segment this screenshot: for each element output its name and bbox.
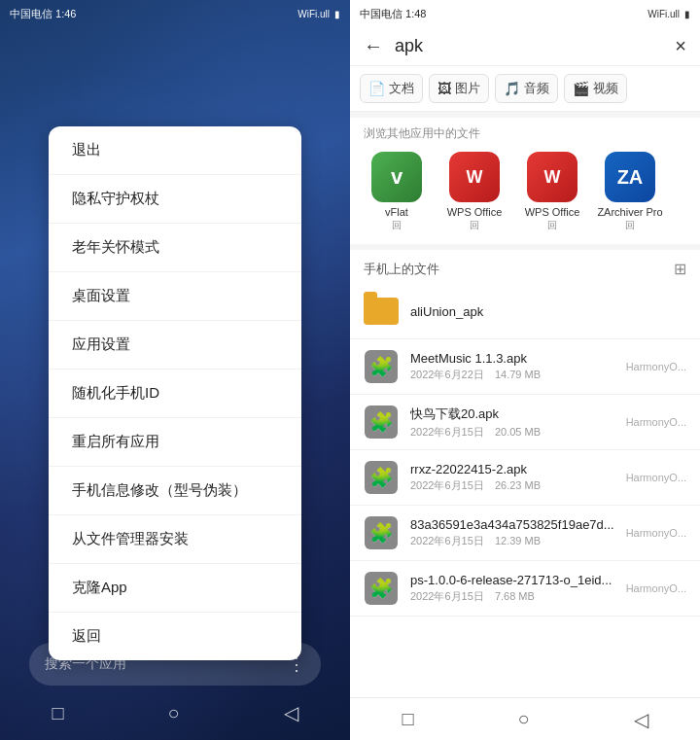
- file-source-4: HarmonyO...: [626, 582, 686, 594]
- apk-icon-wrap-4: 🧩: [364, 571, 399, 606]
- menu-item-privacy[interactable]: 隐私守护权杖: [49, 175, 301, 224]
- app-badge-wps2: 回: [547, 219, 557, 232]
- file-item-4[interactable]: 🧩 ps-1.0.0-6-release-271713-o_1eid... 20…: [350, 561, 700, 617]
- menu-item-exit[interactable]: 退出: [49, 126, 301, 175]
- file-name-2: rrxz-22022415-2.apk: [410, 462, 622, 476]
- nav-bar-left: □ ○ ◁: [0, 693, 350, 728]
- close-button[interactable]: ×: [675, 35, 686, 57]
- menu-item-random-id[interactable]: 随机化手机ID: [49, 370, 301, 418]
- battery-right: ▮: [684, 9, 690, 19]
- left-panel: 中国电信 1:46 WiFi.ull ▮ 退出 隐私守护权杖 老年关怀模式 桌面…: [0, 0, 350, 740]
- file-source-2: HarmonyO...: [626, 472, 686, 483]
- app-badge-wps1: 回: [470, 219, 479, 232]
- section-title: 手机上的文件: [364, 261, 439, 278]
- phone-files-section: 手机上的文件 ⊞ aliUnion_apk 🧩 MeetMusic 1.1.3.…: [350, 250, 700, 697]
- menu-item-phone-info[interactable]: 手机信息修改（型号伪装）: [49, 467, 301, 515]
- file-source-0: HarmonyO...: [626, 361, 686, 372]
- app-grid: v vFlat 回 W WPS Office 回 W WPS Office 回: [350, 146, 700, 244]
- menu-item-restart-apps[interactable]: 重启所有应用: [49, 418, 301, 467]
- file-item-1[interactable]: 🧩 快鸟下载20.apk 2022年6月15日 20.05 MB Harmony…: [350, 395, 700, 450]
- file-meta-3: 2022年6月15日 12.39 MB: [410, 534, 622, 548]
- folder-icon-wrap: [364, 294, 399, 329]
- document-icon: 📄: [368, 81, 385, 96]
- menu-item-install-file[interactable]: 从文件管理器安装: [49, 515, 301, 564]
- nav-square-left[interactable]: □: [52, 702, 63, 724]
- status-bar-right: 中国电信 1:48 WiFi.ull ▮: [350, 0, 700, 27]
- apk-puzzle-icon-0: 🧩: [365, 350, 398, 383]
- tab-video-label: 视频: [593, 80, 618, 97]
- app-item-vflat[interactable]: v vFlat 回: [360, 152, 434, 232]
- file-item-0[interactable]: 🧩 MeetMusic 1.1.3.apk 2022年6月22日 14.79 M…: [350, 339, 700, 395]
- menu-item-desktop[interactable]: 桌面设置: [49, 272, 301, 321]
- battery-left: ▮: [334, 9, 340, 19]
- menu-item-clone-app[interactable]: 克隆App: [49, 564, 301, 613]
- file-date-0: 2022年6月22日: [410, 369, 484, 380]
- wifi-signal-left: WiFi.ull: [298, 9, 330, 19]
- file-item-2[interactable]: 🧩 rrxz-22022415-2.apk 2022年6月15日 26.23 M…: [350, 450, 700, 506]
- browse-label: 浏览其他应用中的文件: [350, 118, 700, 146]
- tab-video[interactable]: 🎬 视频: [564, 74, 627, 103]
- apk-puzzle-icon-1: 🧩: [365, 405, 398, 439]
- file-date-1: 2022年6月15日: [410, 426, 484, 438]
- app-item-zarchiver[interactable]: ZA ZArchiver Pro 回: [593, 152, 667, 232]
- file-name-4: ps-1.0.0-6-release-271713-o_1eid...: [410, 573, 622, 587]
- file-meta-1: 2022年6月15日 20.05 MB: [410, 425, 622, 440]
- file-meta-0: 2022年6月22日 14.79 MB: [410, 368, 622, 382]
- app-badge-vflat: 回: [392, 219, 402, 232]
- file-info-0: MeetMusic 1.1.3.apk 2022年6月22日 14.79 MB: [410, 351, 622, 382]
- tab-audio[interactable]: 🎵 音频: [495, 74, 558, 103]
- carrier-left: 中国电信 1:46: [10, 7, 76, 21]
- app-name-zarchiver: ZArchiver Pro: [597, 206, 662, 219]
- audio-icon: 🎵: [504, 81, 520, 96]
- nav-square-right[interactable]: □: [402, 708, 413, 730]
- file-name-3: 83a36591e3a434a753825f19ae7d...: [410, 517, 622, 532]
- app-name-vflat: vFlat: [385, 206, 408, 219]
- section-header: 手机上的文件 ⊞: [350, 250, 700, 284]
- apk-puzzle-icon-4: 🧩: [365, 572, 398, 605]
- file-meta-4: 2022年6月15日 7.68 MB: [410, 589, 622, 604]
- menu-item-back[interactable]: 返回: [49, 613, 301, 660]
- apk-puzzle-icon-2: 🧩: [365, 461, 398, 494]
- app-name-wps2: WPS Office: [525, 206, 580, 219]
- folder-item-aliunion[interactable]: aliUnion_apk: [350, 284, 700, 339]
- file-date-3: 2022年6月15日: [410, 535, 484, 546]
- folder-info: aliUnion_apk: [410, 304, 686, 319]
- tab-images-label: 图片: [455, 80, 480, 97]
- app-badge-zarchiver: 回: [625, 219, 635, 232]
- status-icons-right: WiFi.ull ▮: [648, 9, 690, 19]
- file-size-1: 20.05 MB: [495, 426, 541, 438]
- grid-view-icon[interactable]: ⊞: [674, 260, 686, 278]
- app-name-wps1: WPS Office: [447, 206, 503, 219]
- back-button[interactable]: ←: [364, 35, 383, 57]
- zarchiver-icon: ZA: [605, 152, 655, 202]
- nav-bar-right: □ ○ ◁: [350, 697, 700, 740]
- menu-item-elder[interactable]: 老年关怀模式: [49, 224, 301, 272]
- tab-documents[interactable]: 📄 文档: [360, 74, 423, 103]
- nav-triangle-right[interactable]: ◁: [634, 708, 648, 731]
- nav-circle-left[interactable]: ○: [168, 702, 180, 724]
- app-item-wps1[interactable]: W WPS Office 回: [438, 152, 511, 232]
- apk-icon-wrap-1: 🧩: [364, 405, 399, 440]
- file-item-3[interactable]: 🧩 83a36591e3a434a753825f19ae7d... 2022年6…: [350, 506, 700, 561]
- image-icon: 🖼: [438, 81, 451, 96]
- apk-icon-wrap-2: 🧩: [364, 460, 399, 495]
- right-panel: 中国电信 1:48 WiFi.ull ▮ ← apk × 📄 文档 🖼 图片 🎵…: [350, 0, 700, 740]
- wps2-icon: W: [527, 152, 578, 202]
- file-meta-2: 2022年6月15日 26.23 MB: [410, 478, 622, 493]
- file-source-1: HarmonyO...: [626, 416, 686, 428]
- carrier-right: 中国电信 1:48: [360, 7, 426, 21]
- file-date-4: 2022年6月15日: [410, 590, 484, 602]
- nav-triangle-left[interactable]: ◁: [284, 701, 298, 724]
- app-item-wps2[interactable]: W WPS Office 回: [515, 152, 589, 232]
- folder-name: aliUnion_apk: [410, 304, 686, 319]
- browse-section: 浏览其他应用中的文件 v vFlat 回 W WPS Office 回: [350, 118, 700, 244]
- file-source-3: HarmonyO...: [626, 527, 686, 539]
- wps1-icon: W: [449, 152, 500, 202]
- file-info-3: 83a36591e3a434a753825f19ae7d... 2022年6月1…: [410, 517, 622, 548]
- nav-circle-right[interactable]: ○: [518, 708, 530, 730]
- tab-images[interactable]: 🖼 图片: [429, 74, 489, 103]
- menu-item-app-settings[interactable]: 应用设置: [49, 321, 301, 370]
- context-menu: 退出 隐私守护权杖 老年关怀模式 桌面设置 应用设置 随机化手机ID 重启所有应…: [49, 126, 301, 660]
- file-size-4: 7.68 MB: [495, 590, 535, 602]
- file-type-tabs: 📄 文档 🖼 图片 🎵 音频 🎬 视频: [350, 66, 700, 112]
